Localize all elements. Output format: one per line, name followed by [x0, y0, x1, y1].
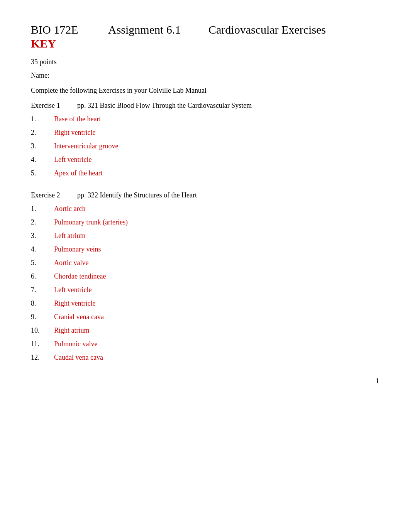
item-answer: Aortic arch — [54, 205, 85, 213]
exercise2-label: Exercise 2 — [31, 191, 77, 199]
page-header: BIO 172E Assignment 6.1 Cardiovascular E… — [31, 23, 379, 50]
item-answer: Left ventricle — [54, 286, 91, 294]
item-number: 1. — [31, 205, 54, 213]
list-item: 6. Chordae tendineae — [31, 272, 379, 280]
list-item: 4. Pulmonary veins — [31, 245, 379, 253]
exercise2-desc: pp. 322 Identify the Structures of the H… — [77, 191, 197, 199]
list-item: 4. Left ventricle — [31, 156, 379, 164]
item-number: 4. — [31, 156, 54, 164]
course-label: BIO 172E — [31, 23, 108, 36]
item-number: 2. — [31, 129, 54, 137]
item-number: 9. — [31, 313, 54, 321]
page-number: 1 — [31, 377, 379, 385]
item-number: 5. — [31, 169, 54, 177]
item-answer: Caudal vena cava — [54, 354, 103, 362]
item-answer: Pulmonary veins — [54, 245, 101, 253]
item-answer: Apex of the heart — [54, 169, 102, 177]
list-item: 1. Base of the heart — [31, 115, 379, 123]
list-item: 2. Pulmonary trunk (arteries) — [31, 218, 379, 226]
item-number: 6. — [31, 272, 54, 280]
item-number: 4. — [31, 245, 54, 253]
list-item: 8. Right ventricle — [31, 299, 379, 308]
item-number: 7. — [31, 286, 54, 294]
item-answer: Right ventricle — [54, 299, 95, 308]
list-item: 10. Right atrium — [31, 326, 379, 335]
list-item: 5. Apex of the heart — [31, 169, 379, 177]
exercise2-header: Exercise 2 pp. 322 Identify the Structur… — [31, 191, 379, 199]
item-number: 1. — [31, 115, 54, 123]
exercise1-list: 1. Base of the heart 2. Right ventricle … — [31, 115, 379, 177]
item-answer: Chordae tendineae — [54, 272, 106, 280]
item-answer: Left atrium — [54, 232, 85, 240]
item-answer: Cranial vena cava — [54, 313, 104, 321]
item-number: 2. — [31, 218, 54, 226]
item-answer: Right atrium — [54, 326, 90, 335]
title-label: Cardiovascular Exercises — [208, 23, 326, 36]
exercise1-desc: pp. 321 Basic Blood Flow Through the Car… — [77, 102, 252, 110]
item-number: 3. — [31, 142, 54, 150]
item-number: 3. — [31, 232, 54, 240]
list-item: 3. Left atrium — [31, 232, 379, 240]
item-answer: Right ventricle — [54, 129, 95, 137]
item-answer: Interventricular groove — [54, 142, 118, 150]
list-item: 2. Right ventricle — [31, 129, 379, 137]
item-number: 8. — [31, 299, 54, 308]
list-item: 1. Aortic arch — [31, 205, 379, 213]
list-item: 3. Interventricular groove — [31, 142, 379, 150]
key-label: KEY — [31, 37, 379, 50]
item-number: 5. — [31, 259, 54, 267]
exercise1-label: Exercise 1 — [31, 102, 77, 110]
item-number: 11. — [31, 340, 54, 348]
exercise1-header: Exercise 1 pp. 321 Basic Blood Flow Thro… — [31, 102, 379, 110]
instructions-text: Complete the following Exercises in your… — [31, 87, 379, 95]
item-number: 12. — [31, 354, 54, 362]
item-answer: Pulmonary trunk (arteries) — [54, 218, 128, 226]
list-item: 11. Pulmonic valve — [31, 340, 379, 348]
points-label: 35 points — [31, 58, 379, 66]
item-number: 10. — [31, 326, 54, 335]
list-item: 9. Cranial vena cava — [31, 313, 379, 321]
assignment-label: Assignment 6.1 — [108, 23, 208, 36]
name-label: Name: — [31, 71, 379, 80]
item-answer: Aortic valve — [54, 259, 88, 267]
exercise2-list: 1. Aortic arch 2. Pulmonary trunk (arter… — [31, 205, 379, 362]
item-answer: Left ventricle — [54, 156, 91, 164]
list-item: 12. Caudal vena cava — [31, 354, 379, 362]
list-item: 7. Left ventricle — [31, 286, 379, 294]
item-answer: Pulmonic valve — [54, 340, 97, 348]
item-answer: Base of the heart — [54, 115, 101, 123]
list-item: 5. Aortic valve — [31, 259, 379, 267]
